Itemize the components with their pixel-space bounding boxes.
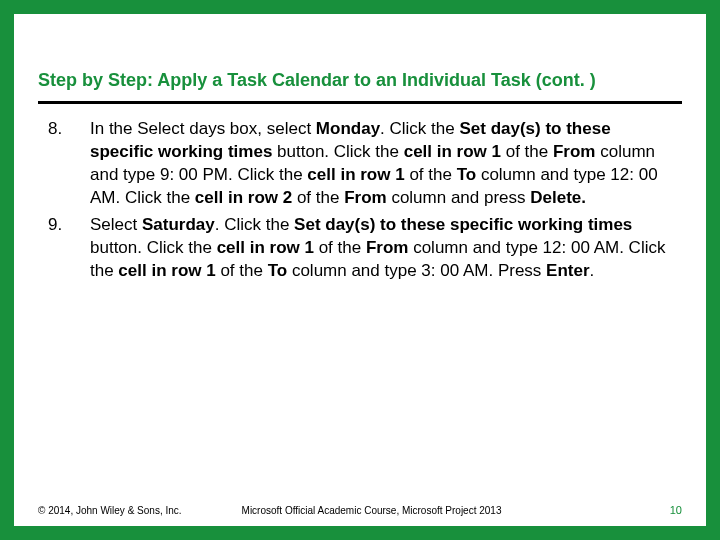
step-text: of the (405, 165, 457, 184)
slide-frame: Step by Step: Apply a Task Calendar to a… (0, 0, 720, 540)
step-text: . (590, 261, 595, 280)
step-text: . Click the (215, 215, 294, 234)
step-bold-text: Monday (316, 119, 380, 138)
step-bold-text: Set day(s) to these specific working tim… (294, 215, 632, 234)
step-list: In the Select days box, select Monday. C… (38, 118, 682, 283)
step-bold-text: To (457, 165, 477, 184)
step-text: button. Click the (90, 238, 217, 257)
step-text: column and type 3: 00 AM. Press (287, 261, 546, 280)
footer-course: Microsoft Official Academic Course, Micr… (182, 505, 670, 516)
step-text: of the (314, 238, 366, 257)
step-bold-text: From (366, 238, 409, 257)
step-item: Select Saturday. Click the Set day(s) to… (48, 214, 676, 283)
step-text: . Click the (380, 119, 459, 138)
step-text: Select (90, 215, 142, 234)
footer: © 2014, John Wiley & Sons, Inc. Microsof… (38, 504, 682, 516)
title-rule (38, 101, 682, 104)
footer-page-number: 10 (670, 504, 682, 516)
step-text: of the (292, 188, 344, 207)
step-bold-text: cell in row 1 (118, 261, 215, 280)
step-bold-text: cell in row 1 (217, 238, 314, 257)
step-item: In the Select days box, select Monday. C… (48, 118, 676, 210)
step-bold-text: cell in row 1 (307, 165, 404, 184)
step-bold-text: Delete. (530, 188, 586, 207)
step-bold-text: From (553, 142, 596, 161)
step-bold-text: To (268, 261, 288, 280)
step-text: In the Select days box, select (90, 119, 316, 138)
step-bold-text: cell in row 2 (195, 188, 292, 207)
step-bold-text: Enter (546, 261, 589, 280)
step-text: button. Click the (272, 142, 403, 161)
step-bold-text: cell in row 1 (404, 142, 501, 161)
step-text: column and press (387, 188, 531, 207)
step-bold-text: Saturday (142, 215, 215, 234)
step-text: of the (501, 142, 553, 161)
step-bold-text: From (344, 188, 387, 207)
step-text: of the (216, 261, 268, 280)
footer-copyright: © 2014, John Wiley & Sons, Inc. (38, 505, 182, 516)
slide-content: Step by Step: Apply a Task Calendar to a… (38, 70, 682, 506)
slide-title: Step by Step: Apply a Task Calendar to a… (38, 70, 682, 99)
